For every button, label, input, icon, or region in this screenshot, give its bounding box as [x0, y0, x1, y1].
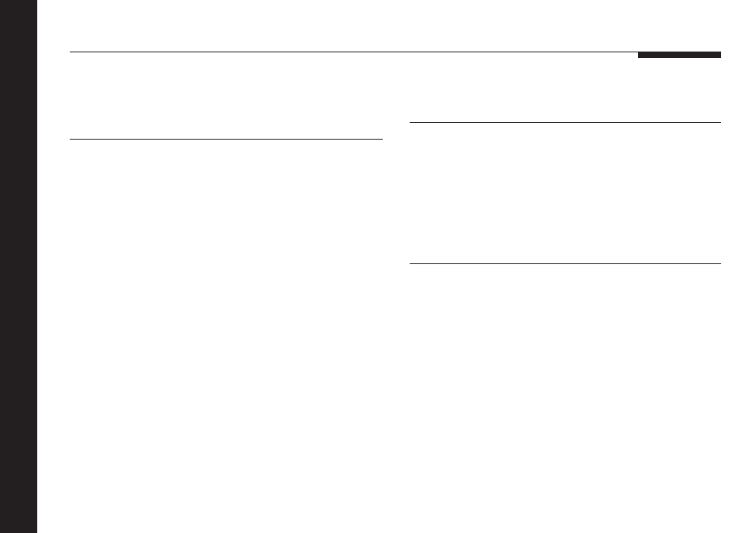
horizontal-rule-right-column-lower [410, 263, 721, 264]
page-margin-band [0, 0, 37, 533]
horizontal-rule-left-column [70, 139, 383, 140]
horizontal-rule-right-column-upper [410, 122, 721, 123]
horizontal-rule-top [70, 52, 721, 52]
section-tab-marker [638, 52, 721, 58]
